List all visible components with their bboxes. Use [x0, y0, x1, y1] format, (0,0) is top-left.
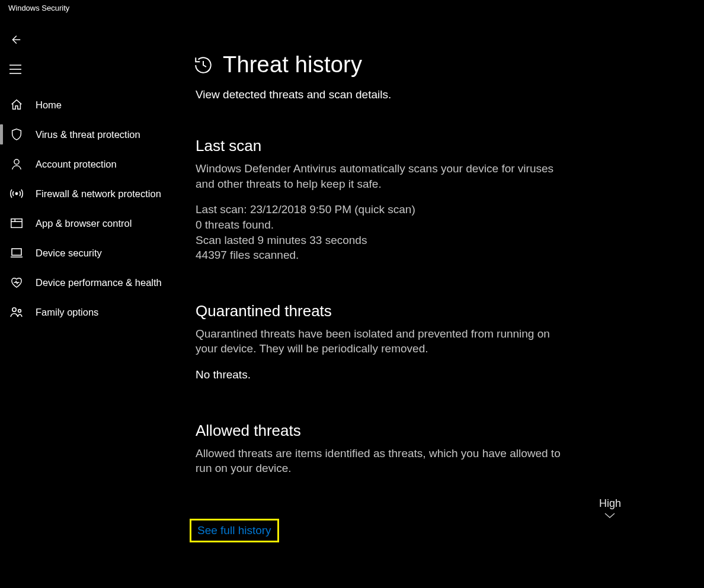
highlight-box: See full history — [190, 519, 279, 542]
nav-item-device-security[interactable]: Device security — [0, 238, 196, 268]
nav-item-family[interactable]: Family options — [0, 297, 196, 327]
hamburger-button[interactable] — [1, 57, 30, 82]
scan-detail-line: Scan lasted 9 minutes 33 seconds — [196, 233, 563, 248]
nav-item-firewall[interactable]: Firewall & network protection — [0, 179, 196, 208]
home-icon — [9, 98, 24, 112]
back-button[interactable] — [1, 27, 30, 52]
nav-item-label: Device security — [36, 248, 102, 259]
svg-point-10 — [18, 310, 21, 313]
scan-detail-line: 0 threats found. — [196, 217, 563, 233]
see-full-history-link[interactable]: See full history — [197, 524, 271, 537]
person-icon — [9, 157, 24, 171]
section-title: Quarantined threats — [196, 302, 563, 320]
severity-label: High — [599, 497, 621, 510]
scan-detail-line: Last scan: 23/12/2018 9:50 PM (quick sca… — [196, 202, 563, 217]
signal-icon — [9, 187, 24, 201]
severity-toggle[interactable]: High — [599, 497, 621, 519]
section-quarantined: Quarantined threats Quarantined threats … — [196, 302, 563, 383]
section-desc: Allowed threats are items identified as … — [196, 446, 563, 476]
nav-item-label: Account protection — [36, 159, 117, 170]
section-desc: Windows Defender Antivirus automatically… — [196, 161, 563, 191]
svg-rect-5 — [11, 219, 22, 228]
nav-item-virus-threat[interactable]: Virus & threat protection — [0, 120, 196, 149]
nav-item-performance[interactable]: Device performance & health — [0, 268, 196, 297]
svg-rect-8 — [12, 249, 21, 255]
people-icon — [9, 305, 24, 319]
hamburger-icon — [9, 65, 21, 74]
nav-item-label: App & browser control — [36, 218, 132, 229]
nav-item-label: Device performance & health — [36, 277, 162, 288]
nav-item-label: Home — [36, 99, 62, 111]
svg-point-4 — [15, 192, 17, 194]
svg-point-9 — [12, 308, 16, 311]
history-icon — [193, 55, 213, 75]
app-shell: Home Virus & threat protection Account p… — [0, 19, 704, 588]
section-title: Last scan — [196, 137, 563, 155]
nav-item-label: Family options — [36, 307, 98, 318]
scan-detail-line: 44397 files scanned. — [196, 248, 563, 263]
laptop-icon — [9, 246, 24, 260]
section-allowed: Allowed threats Allowed threats are item… — [196, 422, 563, 476]
page-subtitle: View detected threats and scan details. — [196, 88, 563, 101]
section-desc: Quarantined threats have been isolated a… — [196, 326, 563, 356]
content-area: Threat history View detected threats and… — [196, 19, 704, 588]
section-title: Allowed threats — [196, 422, 563, 440]
window-icon — [9, 216, 24, 230]
nav-panel: Home Virus & threat protection Account p… — [0, 19, 196, 588]
page-title: Threat history — [223, 52, 362, 78]
nav-item-app-browser[interactable]: App & browser control — [0, 208, 196, 238]
chevron-down-icon — [599, 512, 621, 519]
nav-item-label: Virus & threat protection — [36, 129, 140, 140]
shield-icon — [9, 127, 24, 142]
section-last-scan: Last scan Windows Defender Antivirus aut… — [196, 137, 563, 263]
window-title: Windows Security — [0, 0, 704, 19]
nav-item-account[interactable]: Account protection — [0, 149, 196, 179]
nav-item-label: Firewall & network protection — [36, 188, 161, 200]
heart-icon — [9, 275, 24, 290]
svg-point-3 — [14, 159, 19, 164]
nav-item-home[interactable]: Home — [0, 90, 196, 120]
quarantine-status: No threats. — [196, 367, 563, 383]
arrow-left-icon — [9, 33, 22, 46]
